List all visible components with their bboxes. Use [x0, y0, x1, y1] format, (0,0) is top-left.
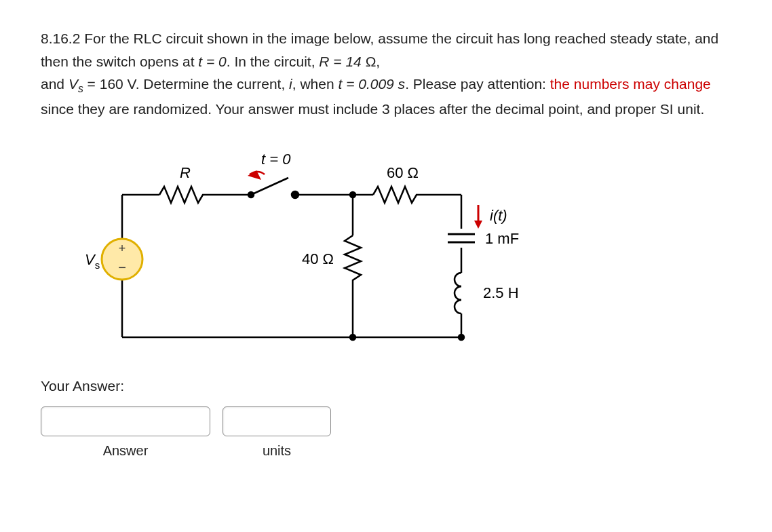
capacitor-label: 1 mF [485, 230, 519, 247]
your-answer-label: Your Answer: [41, 378, 731, 394]
svg-text:−: − [118, 260, 126, 275]
resistor-60-label: 60 Ω [387, 164, 419, 181]
warning-text: the numbers may change [550, 76, 711, 92]
vs-label: Vs [85, 251, 100, 271]
current-label: i(t) [490, 207, 507, 224]
answer-input[interactable] [41, 406, 210, 436]
svg-point-6 [248, 192, 254, 197]
units-input[interactable] [223, 406, 331, 436]
svg-line-4 [251, 178, 288, 195]
units-caption: units [263, 443, 291, 459]
svg-text:+: + [119, 242, 126, 255]
problem-statement: 8.16.2 For the RLC circuit shown in the … [41, 27, 731, 120]
answer-section: Your Answer: Answer units [41, 378, 731, 459]
svg-point-17 [350, 335, 355, 340]
problem-number: 8.16.2 [41, 31, 80, 46]
svg-marker-24 [474, 221, 482, 229]
switch-label: t = 0 [261, 151, 291, 168]
resistor-40-label: 40 Ω [302, 250, 334, 267]
circuit-diagram: + − t = 0 R 60 Ω 40 Ω i(t) 1 mF 2.5 H Vs [54, 140, 529, 358]
resistor-r-label: R [180, 164, 191, 181]
inductor-label: 2.5 H [483, 284, 519, 301]
svg-point-18 [459, 335, 464, 340]
answer-caption: Answer [103, 443, 149, 459]
